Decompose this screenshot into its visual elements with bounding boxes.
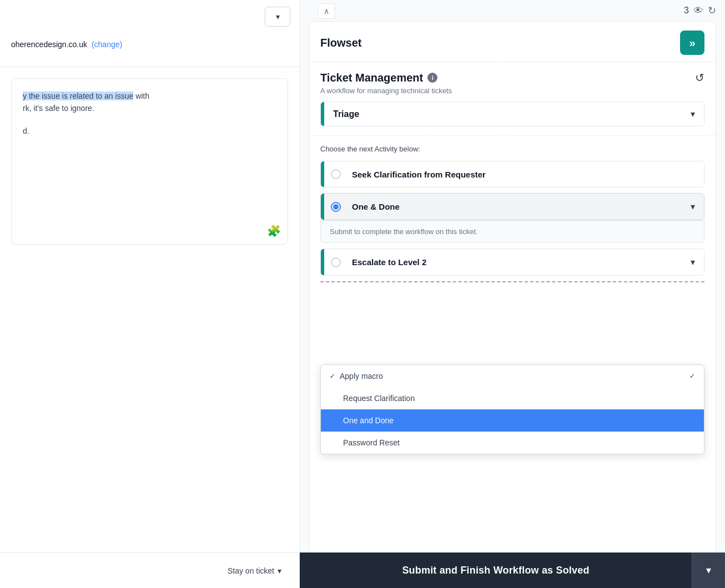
label-wrap-1: Seek Clarification from Requester (348, 162, 704, 187)
activity-option-escalate[interactable]: Escalate to Level 2 ▾ (320, 249, 704, 276)
ticket-management-section: Ticket Management i ↺ A workflow for man… (309, 62, 716, 136)
ticket-mgmt-header: Ticket Management i ↺ (320, 71, 704, 84)
dropdown-label-apply-macro: Apply macro (340, 372, 383, 381)
reset-icon[interactable]: ↺ (695, 71, 704, 84)
text-content-box: y the issue is related to an issue with … (11, 78, 288, 245)
activity-chevron-2[interactable]: ▾ (682, 194, 704, 220)
dropdown-item-apply-macro[interactable]: ✓ Apply macro ✓ (321, 365, 704, 387)
activity-label-3: Escalate to Level 2 (352, 257, 677, 267)
submit-chevron-icon: ▾ (706, 564, 711, 576)
dropdown-label-password-reset: Password Reset (343, 438, 400, 447)
radio-inner-2 (333, 204, 339, 210)
dropdown-item-request-clarification[interactable]: Request Clarification (321, 387, 704, 409)
radio-outer-3 (331, 257, 341, 267)
radio-2[interactable] (324, 194, 348, 220)
collapse-button[interactable]: ∧ (318, 3, 335, 19)
refresh-icon[interactable]: ↻ (708, 4, 716, 17)
radio-1[interactable] (324, 161, 348, 187)
eye-icon[interactable]: 👁 (693, 5, 703, 17)
activity-label-1: Seek Clarification from Requester (352, 170, 699, 179)
left-panel: ▾ oherencedesign.co.uk (change) y the is… (0, 0, 300, 588)
right-top-meta: 3 👁 ↻ (300, 0, 725, 21)
collapse-icon: ∧ (324, 7, 329, 16)
left-top-bar: ▾ (0, 0, 299, 33)
left-dropdown-button[interactable]: ▾ (265, 7, 290, 27)
view-count: 3 (684, 6, 689, 16)
triage-dropdown[interactable]: Triage ▾ (320, 102, 704, 126)
change-link[interactable]: (change) (92, 40, 122, 49)
submit-button[interactable]: Submit and Finish Workflow as Solved (300, 552, 692, 588)
radio-outer-2 (331, 202, 341, 212)
stay-on-ticket-label: Stay on ticket (228, 566, 274, 575)
info-icon[interactable]: i (427, 73, 437, 83)
radio-3[interactable] (324, 250, 348, 275)
activity-desc-box: Submit to complete the workflow on this … (320, 220, 704, 243)
label-wrap-3: Escalate to Level 2 (348, 250, 682, 275)
activity-section: Choose the next Activity below: Seek Cla… (309, 136, 716, 587)
dropdown-item-one-and-done[interactable]: One and Done (321, 409, 704, 432)
puzzle-icon: 🧩 (267, 224, 281, 237)
flowset-title: Flowset (320, 37, 361, 49)
text-paragraph-3: d. (23, 125, 276, 137)
dropdown-item-password-reset[interactable]: Password Reset (321, 432, 704, 454)
text-paragraph-1: y the issue is related to an issue with (23, 90, 276, 102)
flowset-icon-symbol: » (689, 37, 695, 49)
text-suffix: with (135, 92, 149, 100)
label-wrap-2: One & Done (348, 194, 682, 219)
bottom-action-bar: Submit and Finish Workflow as Solved ▾ (300, 552, 725, 588)
dropdown-label-request-clarification: Request Clarification (343, 394, 415, 403)
ticket-mgmt-title-text: Ticket Management (320, 72, 423, 84)
submit-chevron-button[interactable]: ▾ (692, 552, 725, 588)
flowset-icon: » (680, 31, 704, 55)
activity-label-2: One & Done (352, 202, 677, 211)
ticket-mgmt-desc: A workflow for managing technical ticket… (320, 87, 704, 95)
left-divider (0, 67, 299, 67)
left-bottom-bar: Stay on ticket ▾ (0, 552, 299, 588)
activity-chevron-3[interactable]: ▾ (682, 249, 704, 275)
triage-label: Triage (324, 103, 682, 126)
highlighted-text: y the issue is related to an issue (23, 92, 133, 100)
email-text: oherencedesign.co.uk (11, 40, 87, 49)
dropdown-overlay: ✓ Apply macro ✓ Request Clarification On… (320, 364, 704, 454)
ticket-mgmt-title: Ticket Management i (320, 72, 437, 84)
activity-option-one-and-done[interactable]: One & Done ▾ (320, 193, 704, 220)
check-mark-apply-macro: ✓ (330, 372, 335, 380)
activity-option-seek-clarification[interactable]: Seek Clarification from Requester (320, 161, 704, 187)
stay-on-ticket-chevron: ▾ (278, 566, 281, 575)
dashed-separator (320, 281, 704, 282)
right-panel: 3 👁 ↻ ∧ Flowset » Ticket Management i ↺ (300, 0, 725, 588)
flowset-panel: Flowset » Ticket Management i ↺ A workfl… (309, 21, 716, 588)
stay-on-ticket-button[interactable]: Stay on ticket ▾ (219, 560, 290, 582)
activity-prompt: Choose the next Activity below: (320, 145, 704, 153)
triage-chevron[interactable]: ▾ (682, 102, 704, 126)
text-paragraph-2: rk, it's safe to ignore. (23, 102, 276, 114)
dropdown-label-one-and-done: One and Done (343, 416, 394, 425)
radio-outer-1 (331, 169, 341, 179)
email-row: oherencedesign.co.uk (change) (0, 33, 299, 55)
end-check-apply-macro: ✓ (689, 372, 695, 380)
flowset-header: Flowset » (309, 22, 716, 62)
